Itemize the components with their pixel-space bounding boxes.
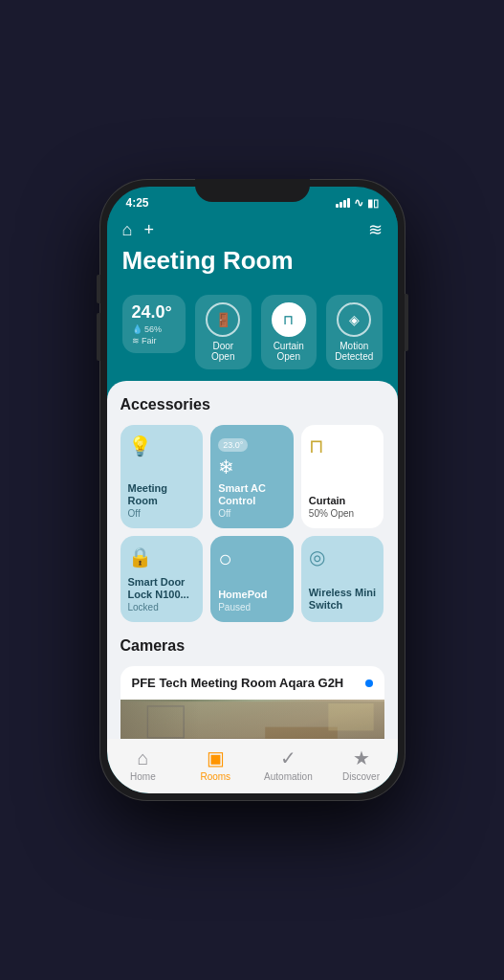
curtain-acc-name: Curtain (309, 495, 377, 507)
ac-temp-badge: 23.0° (218, 438, 248, 452)
nav-home[interactable]: ⌂ Home (119, 747, 166, 782)
motion-status: Detected (335, 351, 373, 362)
accessory-smart-door[interactable]: 🔒 Smart Door Lock N100... Locked (121, 536, 204, 622)
homepod-name: HomePod (218, 589, 286, 601)
wifi-icon: ∿ (354, 196, 363, 210)
meeting-room-name: Meeting Room (128, 482, 196, 507)
notch (195, 179, 310, 202)
accessory-wireless-switch[interactable]: ◎ Wireless Mini Switch (301, 536, 384, 622)
nav-discover-icon: ★ (353, 746, 370, 769)
accessories-title: Accessories (121, 396, 384, 413)
page-title: Meeting Room (122, 246, 383, 276)
door-lock-status: Locked (128, 602, 196, 612)
door-status: Open (211, 351, 234, 362)
accessory-curtain[interactable]: ⊓ Curtain 50% Open (301, 425, 384, 528)
side-button-power (405, 294, 408, 351)
accessories-grid: 💡 Meeting Room Off 23.0° ❄ Smart (121, 425, 384, 622)
camera-live-indicator (365, 679, 373, 687)
door-lock-name: Smart Door Lock N100... (128, 576, 196, 601)
humidity-value: 💧 56% (132, 324, 163, 334)
camera-name: PFE Tech Meeting Room Aqara G2H (132, 676, 344, 690)
nav-automation-icon: ✓ (280, 746, 296, 769)
sensor-door[interactable]: 🚪 Door Open (195, 295, 252, 369)
meeting-room-icon: 💡 (128, 434, 196, 457)
curtain-acc-icon: ⊓ (309, 434, 377, 457)
side-button-volume (97, 313, 100, 361)
camera-header: PFE Tech Meeting Room Aqara G2H (121, 666, 384, 700)
header-icons-row: ⌂ + ≋ (122, 219, 383, 240)
nav-rooms[interactable]: ▣ Rooms (191, 746, 239, 782)
nav-home-icon: ⌂ (137, 747, 148, 769)
cameras-section: Cameras PFE Tech Meeting Room Aqara G2H (107, 637, 398, 739)
nav-discover[interactable]: ★ Discover (338, 746, 385, 782)
side-button-silent (97, 275, 100, 303)
nav-rooms-icon: ▣ (207, 746, 225, 769)
add-button[interactable]: + (143, 220, 154, 240)
scroll-content[interactable]: ⌂ + ≋ Meeting Room 24.0° 💧 56% ≋ Fair (107, 213, 398, 739)
status-time: 4:25 (126, 196, 149, 210)
accessory-homepod[interactable]: ○ HomePod Paused (210, 536, 294, 622)
sensor-curtain[interactable]: ⊓ Curtain Open (261, 295, 318, 369)
curtain-status: Open (277, 351, 300, 362)
header-left-icons: ⌂ + (122, 220, 154, 240)
nav-discover-label: Discover (342, 771, 380, 782)
sensor-temperature[interactable]: 24.0° 💧 56% ≋ Fair (122, 295, 186, 353)
accessory-meeting-room[interactable]: 💡 Meeting Room Off (121, 425, 204, 528)
meeting-room-status: Off (128, 508, 196, 519)
motion-icon: ◈ (337, 302, 371, 337)
curtain-acc-status: 50% Open (309, 508, 377, 519)
accessory-smart-ac[interactable]: 23.0° ❄ Smart AC Control Off (210, 425, 294, 528)
air-quality-value: ≋ Fair (132, 336, 157, 345)
voice-icon[interactable]: ≋ (368, 219, 383, 240)
temperature-value: 24.0° (132, 302, 172, 323)
door-label: Door (212, 341, 233, 351)
sensor-motion[interactable]: ◈ Motion Detected (326, 295, 383, 369)
nav-rooms-label: Rooms (200, 771, 230, 782)
ac-name: Smart AC Control (218, 482, 286, 507)
ac-status: Off (218, 508, 286, 519)
nav-automation-label: Automation (264, 771, 313, 782)
door-lock-icon: 🔒 (128, 546, 196, 568)
nav-home-label: Home (130, 771, 156, 782)
bottom-navigation: ⌂ Home ▣ Rooms ✓ Automation ★ Discover (107, 739, 398, 793)
homepod-status: Paused (218, 602, 286, 612)
battery-icon: ▮▯ (367, 197, 379, 210)
cameras-title: Cameras (121, 637, 384, 655)
status-icons: ∿ ▮▯ (336, 196, 379, 210)
camera-card[interactable]: PFE Tech Meeting Room Aqara G2H (121, 666, 384, 739)
camera-image-overlay (121, 700, 384, 739)
header: ⌂ + ≋ Meeting Room (107, 213, 398, 295)
curtain-label: Curtain (274, 341, 304, 351)
curtain-icon: ⊓ (272, 302, 306, 337)
motion-label: Motion (340, 341, 368, 351)
signal-icon (336, 198, 350, 208)
accessories-section: Accessories 💡 Meeting Room Off 23.0° (107, 381, 398, 739)
phone-screen: 4:25 ∿ ▮▯ ⌂ + ≋ (107, 187, 398, 793)
home-icon-button[interactable]: ⌂ (122, 220, 133, 240)
phone-frame: 4:25 ∿ ▮▯ ⌂ + ≋ (99, 179, 405, 801)
homepod-icon: ○ (218, 546, 286, 572)
wireless-switch-name: Wireless Mini Switch (309, 587, 377, 612)
sensors-row: 24.0° 💧 56% ≋ Fair 🚪 Door Open ⊓ (107, 295, 398, 381)
door-icon: 🚪 (206, 302, 240, 337)
camera-preview[interactable] (121, 700, 384, 739)
nav-automation[interactable]: ✓ Automation (264, 746, 313, 782)
ac-icon: ❄ (218, 456, 286, 479)
wireless-switch-icon: ◎ (309, 546, 377, 568)
